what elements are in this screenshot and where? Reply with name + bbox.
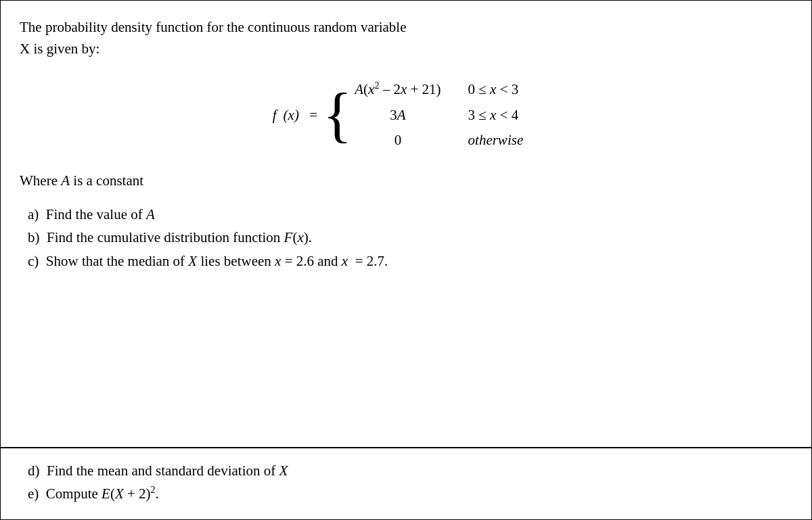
lower-section: d) Find the mean and standard deviation … [1, 448, 811, 519]
case-condition-2: 3 ≤ x < 4 [468, 104, 524, 127]
fx-paren: (x) [284, 107, 299, 124]
case-condition-3: otherwise [468, 129, 524, 152]
intro-line1: The probability density function for the… [20, 19, 407, 35]
part-b: b) Find the cumulative distribution func… [20, 226, 792, 250]
case-value-1: A(x2 – 2x + 21) [355, 78, 441, 101]
page-container: The probability density function for the… [0, 0, 812, 520]
where-text: Where A is a constant [20, 172, 792, 189]
part-e: e) Compute E(X + 2)2. [20, 482, 792, 506]
cases-table: A(x2 – 2x + 21) 3A 0 0 ≤ x < 3 [355, 78, 523, 152]
big-brace: { [323, 78, 352, 152]
fx-label: f [273, 107, 277, 124]
case-condition-1: 0 ≤ x < 3 [468, 78, 524, 101]
piecewise-function: f (x) = { A(x2 – 2x + 21) 3A [20, 78, 792, 152]
case-value-3: 0 [355, 129, 441, 152]
intro-line2: X is given by: [20, 41, 99, 57]
brace-container: { A(x2 – 2x + 21) 3A 0 [323, 78, 523, 152]
cases-conditions: 0 ≤ x < 3 3 ≤ x < 4 otherwise [468, 78, 524, 152]
parts-list-lower: d) Find the mean and standard deviation … [20, 459, 792, 506]
equals-sign: = [306, 107, 317, 124]
part-a: a) Find the value of A [20, 203, 792, 227]
part-c: c) Show that the median of X lies betwee… [20, 250, 792, 273]
parts-list-upper: a) Find the value of A b) Find the cumul… [20, 203, 792, 273]
case-value-2: 3A [355, 104, 441, 127]
intro-text: The probability density function for the… [20, 17, 792, 60]
part-d: d) Find the mean and standard deviation … [20, 459, 792, 483]
cases-values: A(x2 – 2x + 21) 3A 0 [355, 78, 441, 152]
upper-section: The probability density function for the… [1, 1, 811, 448]
